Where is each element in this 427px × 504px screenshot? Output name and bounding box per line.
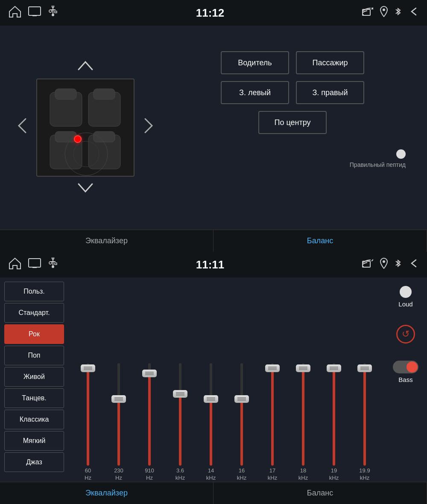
tab-equalizer-top[interactable]: Эквалайзер <box>0 230 214 252</box>
svg-point-8 <box>52 14 54 16</box>
loud-toggle[interactable] <box>400 286 412 298</box>
back-icon[interactable] <box>408 6 418 19</box>
slider-thumb-7[interactable] <box>296 364 310 372</box>
usb-icon[interactable] <box>48 6 58 20</box>
preset-btn-standard[interactable]: Стандарт. <box>4 303 64 323</box>
svg-point-34 <box>362 266 364 268</box>
svg-rect-0 <box>29 7 41 15</box>
slider-thumb-0[interactable] <box>81 364 95 372</box>
freq-label-0: 60Hz <box>85 467 91 482</box>
tab-equalizer-bottom[interactable]: Эквалайзер <box>0 482 214 504</box>
top-main-content: Водитель Пассажир З. левый З. правый По … <box>0 26 427 230</box>
reset-icon: ↺ <box>402 329 409 340</box>
slider-thumb-2[interactable] <box>142 370 157 377</box>
slider-track-6[interactable] <box>271 363 274 466</box>
speaker-position-dot[interactable] <box>74 135 82 143</box>
preset-btn-dance[interactable]: Танцев. <box>4 388 64 408</box>
status-bar-right-icons <box>362 6 418 20</box>
speaker-up-arrow[interactable] <box>77 57 94 75</box>
balance-label: Правильный пептид <box>350 161 406 168</box>
svg-rect-30 <box>55 263 57 265</box>
preset-btn-live[interactable]: Живой <box>4 367 64 387</box>
bluetooth-icon[interactable] <box>395 6 401 20</box>
bass-toggle[interactable] <box>393 361 418 373</box>
eq-slider-col-8: 19kHz <box>319 355 349 482</box>
rear-left-button[interactable]: З. левый <box>221 81 289 104</box>
svg-rect-18 <box>55 89 76 99</box>
bottom-back-icon[interactable] <box>408 258 418 271</box>
freq-label-2: 910Hz <box>145 467 154 482</box>
slider-thumb-9[interactable] <box>357 364 372 372</box>
screen-icon[interactable] <box>28 6 41 19</box>
speaker-left-arrow[interactable] <box>17 117 27 138</box>
bottom-status-bar: 11:11 <box>0 252 427 277</box>
preset-btn-soft[interactable]: Мягкий <box>4 431 64 451</box>
eq-slider-col-7: 18kHz <box>288 355 319 482</box>
top-tab-bar: Эквалайзер Баланс <box>0 230 427 252</box>
slider-thumb-3[interactable] <box>173 390 187 398</box>
bottom-usb-icon[interactable] <box>48 257 58 272</box>
speaker-image <box>36 79 135 177</box>
eq-slider-col-6: 17kHz <box>257 355 288 482</box>
freq-label-3: 3.6kHz <box>175 467 185 482</box>
eq-slider-col-9: 19.9kHz <box>349 355 380 482</box>
bottom-cast-icon[interactable] <box>362 259 373 271</box>
status-bar-left-icons <box>9 6 58 20</box>
bottom-status-bar-left <box>9 257 58 272</box>
bass-section: Bass <box>393 361 418 383</box>
slider-track-3[interactable] <box>179 363 181 466</box>
slider-track-2[interactable] <box>148 363 151 466</box>
bottom-bluetooth-icon[interactable] <box>395 258 401 271</box>
svg-rect-19 <box>94 89 115 99</box>
bottom-location-icon[interactable] <box>380 258 388 271</box>
svg-line-35 <box>371 259 373 261</box>
slider-track-5[interactable] <box>240 363 243 466</box>
cast-icon[interactable] <box>362 7 373 19</box>
bottom-tab-bar: Эквалайзер Баланс <box>0 482 427 504</box>
slider-track-8[interactable] <box>333 363 335 466</box>
slider-track-9[interactable] <box>363 363 366 466</box>
slider-track-0[interactable] <box>87 363 89 466</box>
rear-right-button[interactable]: З. правый <box>296 81 364 104</box>
slider-thumb-5[interactable] <box>234 395 249 403</box>
eq-slider-col-5: 16kHz <box>226 355 257 482</box>
bottom-screen-icon[interactable] <box>28 258 41 271</box>
freq-label-6: 17kHz <box>268 467 277 482</box>
preset-btn-rock[interactable]: Рок <box>4 324 64 344</box>
eq-slider-col-0: 60Hz <box>73 355 103 482</box>
preset-btn-user[interactable]: Польз. <box>4 282 64 301</box>
speaker-right-arrow[interactable] <box>143 117 154 138</box>
slider-thumb-1[interactable] <box>111 395 126 403</box>
center-button[interactable]: По центру <box>258 111 327 134</box>
passenger-button[interactable]: Пассажир <box>296 51 364 74</box>
driver-button[interactable]: Водитель <box>221 51 289 74</box>
slider-thumb-8[interactable] <box>327 364 341 372</box>
bottom-time: 11:11 <box>196 258 225 271</box>
bass-toggle-knob <box>407 361 418 373</box>
reset-button[interactable]: ↺ <box>396 325 415 344</box>
loud-section: Loud <box>398 286 412 308</box>
bottom-panel: 11:11 <box>0 252 427 504</box>
freq-label-4: 14kHz <box>206 467 216 482</box>
tab-balance-bottom[interactable]: Баланс <box>214 482 427 504</box>
location-icon[interactable] <box>380 6 388 20</box>
freq-label-8: 19kHz <box>329 467 339 482</box>
slider-track-7[interactable] <box>302 363 304 466</box>
top-time: 11:12 <box>196 6 225 20</box>
svg-point-12 <box>383 9 385 11</box>
slider-thumb-4[interactable] <box>204 395 218 403</box>
eq-presets-sidebar: Польз.Стандарт.РокПопЖивойТанцев.Классик… <box>0 277 68 482</box>
preset-btn-jazz[interactable]: Джаз <box>4 452 64 472</box>
bottom-home-icon[interactable] <box>9 257 21 272</box>
speaker-down-arrow[interactable] <box>77 180 94 198</box>
slider-track-4[interactable] <box>210 363 212 466</box>
tab-balance-top[interactable]: Баланс <box>214 230 427 252</box>
slider-track-1[interactable] <box>117 363 120 466</box>
svg-rect-6 <box>55 11 57 13</box>
slider-thumb-6[interactable] <box>265 364 280 372</box>
home-icon[interactable] <box>9 6 21 20</box>
svg-rect-20 <box>55 131 76 142</box>
preset-btn-pop[interactable]: Поп <box>4 346 64 365</box>
preset-btn-classic[interactable]: Классика <box>4 410 64 429</box>
loud-label: Loud <box>398 300 412 308</box>
